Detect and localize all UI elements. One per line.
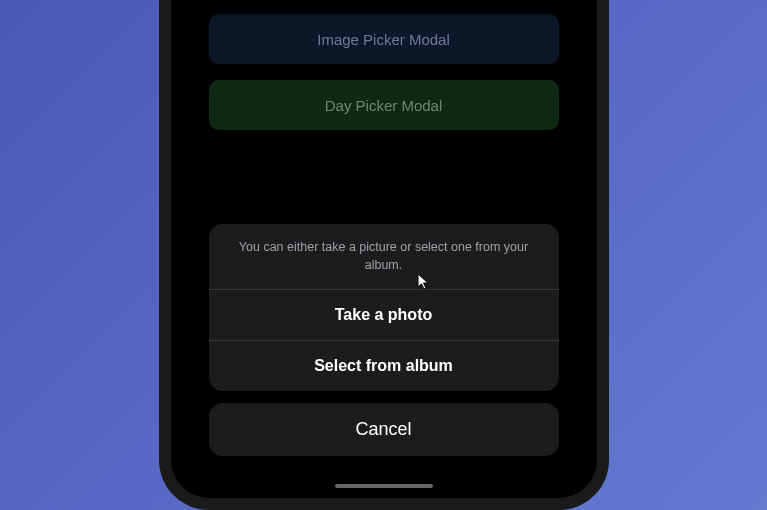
home-indicator[interactable] [335,484,433,488]
select-from-album-button[interactable]: Select from album [209,341,559,391]
image-picker-modal-label: Image Picker Modal [317,31,450,48]
action-sheet-title: You can either take a picture or select … [209,224,559,290]
action-sheet: You can either take a picture or select … [209,224,559,391]
phone-screen: Image Picker Modal Day Picker Modal You … [171,0,597,498]
image-picker-modal-button[interactable]: Image Picker Modal [209,14,559,64]
background-content: Image Picker Modal Day Picker Modal [171,0,597,160]
day-picker-modal-button[interactable]: Day Picker Modal [209,80,559,130]
day-picker-modal-label: Day Picker Modal [325,97,443,114]
action-sheet-container: You can either take a picture or select … [209,224,559,456]
phone-frame: Image Picker Modal Day Picker Modal You … [159,0,609,510]
take-photo-button[interactable]: Take a photo [209,290,559,341]
cancel-button[interactable]: Cancel [209,403,559,456]
